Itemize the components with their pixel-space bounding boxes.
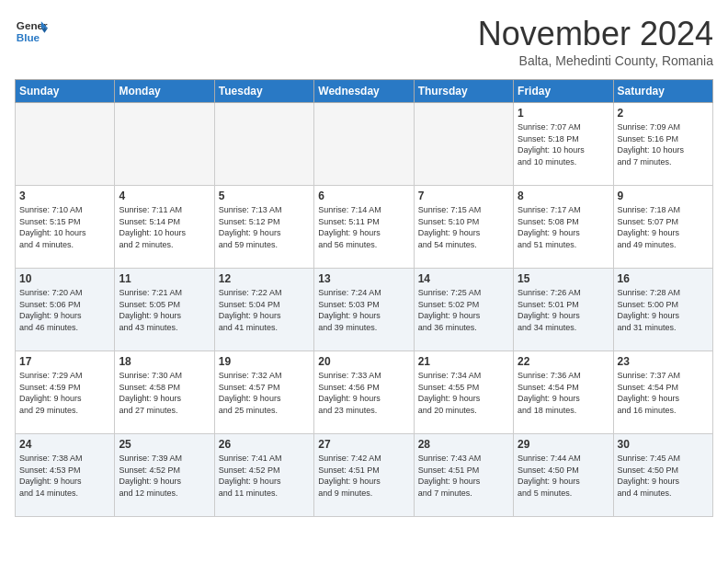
calendar-cell: 29Sunrise: 7:44 AM Sunset: 4:50 PM Dayli… [514,434,613,517]
calendar-cell: 30Sunrise: 7:45 AM Sunset: 4:50 PM Dayli… [613,434,712,517]
day-info: Sunrise: 7:25 AM Sunset: 5:02 PM Dayligh… [418,287,509,333]
calendar-cell: 3Sunrise: 7:10 AM Sunset: 5:15 PM Daylig… [16,186,115,269]
day-number: 14 [418,272,509,285]
calendar-cell: 15Sunrise: 7:26 AM Sunset: 5:01 PM Dayli… [514,269,613,351]
day-number: 10 [19,272,110,285]
calendar-cell: 21Sunrise: 7:34 AM Sunset: 4:55 PM Dayli… [414,351,513,434]
calendar-cell [115,103,214,186]
calendar-cell: 4Sunrise: 7:11 AM Sunset: 5:14 PM Daylig… [115,186,214,269]
day-info: Sunrise: 7:39 AM Sunset: 4:52 PM Dayligh… [119,453,210,499]
calendar-cell: 24Sunrise: 7:38 AM Sunset: 4:53 PM Dayli… [16,434,115,517]
weekday-header-saturday: Saturday [613,80,712,103]
day-number: 8 [518,190,609,202]
calendar-cell: 1Sunrise: 7:07 AM Sunset: 5:18 PM Daylig… [514,103,613,186]
logo-icon: General Blue [15,15,48,48]
calendar-cell: 25Sunrise: 7:39 AM Sunset: 4:52 PM Dayli… [115,434,214,517]
day-info: Sunrise: 7:36 AM Sunset: 4:54 PM Dayligh… [518,370,609,416]
day-number: 11 [119,272,210,285]
day-number: 30 [618,438,709,451]
day-info: Sunrise: 7:07 AM Sunset: 5:18 PM Dayligh… [518,121,609,167]
calendar-cell: 26Sunrise: 7:41 AM Sunset: 4:52 PM Dayli… [214,434,313,517]
calendar-cell [214,103,313,186]
day-info: Sunrise: 7:44 AM Sunset: 4:50 PM Dayligh… [518,453,609,499]
calendar-cell: 16Sunrise: 7:28 AM Sunset: 5:00 PM Dayli… [613,269,712,351]
page-header: General Blue November 2024 Balta, Mehedi… [15,15,713,68]
day-info: Sunrise: 7:22 AM Sunset: 5:04 PM Dayligh… [219,287,310,333]
day-info: Sunrise: 7:32 AM Sunset: 4:57 PM Dayligh… [219,370,310,416]
day-info: Sunrise: 7:18 AM Sunset: 5:07 PM Dayligh… [618,204,709,250]
day-number: 15 [518,272,609,285]
weekday-header-row: SundayMondayTuesdayWednesdayThursdayFrid… [16,80,713,103]
calendar-cell [314,103,414,186]
month-title: November 2024 [478,15,713,53]
day-number: 26 [219,438,310,451]
day-number: 2 [618,107,709,120]
day-info: Sunrise: 7:33 AM Sunset: 4:56 PM Dayligh… [318,370,409,416]
day-number: 1 [518,107,609,120]
day-number: 12 [219,272,310,285]
calendar-cell [414,103,513,186]
day-info: Sunrise: 7:15 AM Sunset: 5:10 PM Dayligh… [418,204,509,250]
day-info: Sunrise: 7:13 AM Sunset: 5:12 PM Dayligh… [219,204,310,250]
day-number: 6 [318,190,409,202]
day-number: 5 [219,190,310,202]
calendar-cell: 19Sunrise: 7:32 AM Sunset: 4:57 PM Dayli… [214,351,313,434]
day-info: Sunrise: 7:14 AM Sunset: 5:11 PM Dayligh… [318,204,409,250]
day-number: 25 [119,438,210,451]
calendar-cell: 23Sunrise: 7:37 AM Sunset: 4:54 PM Dayli… [613,351,712,434]
day-info: Sunrise: 7:10 AM Sunset: 5:15 PM Dayligh… [19,204,110,250]
day-number: 4 [119,190,210,202]
weekday-header-monday: Monday [115,80,214,103]
calendar-week-3: 10Sunrise: 7:20 AM Sunset: 5:06 PM Dayli… [16,269,713,351]
calendar-week-2: 3Sunrise: 7:10 AM Sunset: 5:15 PM Daylig… [16,186,713,269]
calendar-table: SundayMondayTuesdayWednesdayThursdayFrid… [15,79,713,517]
calendar-cell: 17Sunrise: 7:29 AM Sunset: 4:59 PM Dayli… [16,351,115,434]
day-info: Sunrise: 7:30 AM Sunset: 4:58 PM Dayligh… [119,370,210,416]
day-info: Sunrise: 7:24 AM Sunset: 5:03 PM Dayligh… [318,287,409,333]
day-number: 21 [418,355,509,368]
day-info: Sunrise: 7:43 AM Sunset: 4:51 PM Dayligh… [418,453,509,499]
day-info: Sunrise: 7:34 AM Sunset: 4:55 PM Dayligh… [418,370,509,416]
weekday-header-tuesday: Tuesday [214,80,313,103]
day-number: 18 [119,355,210,368]
title-block: November 2024 Balta, Mehedinti County, R… [478,15,713,68]
day-number: 29 [518,438,609,451]
weekday-header-wednesday: Wednesday [314,80,414,103]
calendar-cell: 18Sunrise: 7:30 AM Sunset: 4:58 PM Dayli… [115,351,214,434]
day-number: 19 [219,355,310,368]
day-number: 9 [618,190,709,202]
day-info: Sunrise: 7:17 AM Sunset: 5:08 PM Dayligh… [518,204,609,250]
calendar-cell: 27Sunrise: 7:42 AM Sunset: 4:51 PM Dayli… [314,434,414,517]
day-info: Sunrise: 7:26 AM Sunset: 5:01 PM Dayligh… [518,287,609,333]
day-number: 28 [418,438,509,451]
calendar-cell: 20Sunrise: 7:33 AM Sunset: 4:56 PM Dayli… [314,351,414,434]
day-number: 3 [19,190,110,202]
day-info: Sunrise: 7:37 AM Sunset: 4:54 PM Dayligh… [618,370,709,416]
weekday-header-sunday: Sunday [16,80,115,103]
calendar-cell: 7Sunrise: 7:15 AM Sunset: 5:10 PM Daylig… [414,186,513,269]
calendar-cell: 2Sunrise: 7:09 AM Sunset: 5:16 PM Daylig… [613,103,712,186]
day-number: 23 [618,355,709,368]
calendar-cell: 14Sunrise: 7:25 AM Sunset: 5:02 PM Dayli… [414,269,513,351]
day-number: 27 [318,438,409,451]
day-info: Sunrise: 7:42 AM Sunset: 4:51 PM Dayligh… [318,453,409,499]
calendar-cell: 5Sunrise: 7:13 AM Sunset: 5:12 PM Daylig… [214,186,313,269]
logo: General Blue [15,15,48,48]
day-info: Sunrise: 7:41 AM Sunset: 4:52 PM Dayligh… [219,453,310,499]
calendar-cell: 8Sunrise: 7:17 AM Sunset: 5:08 PM Daylig… [514,186,613,269]
day-number: 7 [418,190,509,202]
calendar-cell: 6Sunrise: 7:14 AM Sunset: 5:11 PM Daylig… [314,186,414,269]
day-info: Sunrise: 7:11 AM Sunset: 5:14 PM Dayligh… [119,204,210,250]
calendar-cell: 10Sunrise: 7:20 AM Sunset: 5:06 PM Dayli… [16,269,115,351]
day-info: Sunrise: 7:09 AM Sunset: 5:16 PM Dayligh… [618,121,709,167]
svg-text:Blue: Blue [17,31,40,43]
day-info: Sunrise: 7:38 AM Sunset: 4:53 PM Dayligh… [19,453,110,499]
day-info: Sunrise: 7:28 AM Sunset: 5:00 PM Dayligh… [618,287,709,333]
calendar-cell: 22Sunrise: 7:36 AM Sunset: 4:54 PM Dayli… [514,351,613,434]
calendar-cell: 9Sunrise: 7:18 AM Sunset: 5:07 PM Daylig… [613,186,712,269]
day-number: 20 [318,355,409,368]
calendar-cell: 12Sunrise: 7:22 AM Sunset: 5:04 PM Dayli… [214,269,313,351]
day-info: Sunrise: 7:20 AM Sunset: 5:06 PM Dayligh… [19,287,110,333]
day-info: Sunrise: 7:21 AM Sunset: 5:05 PM Dayligh… [119,287,210,333]
day-info: Sunrise: 7:45 AM Sunset: 4:50 PM Dayligh… [618,453,709,499]
